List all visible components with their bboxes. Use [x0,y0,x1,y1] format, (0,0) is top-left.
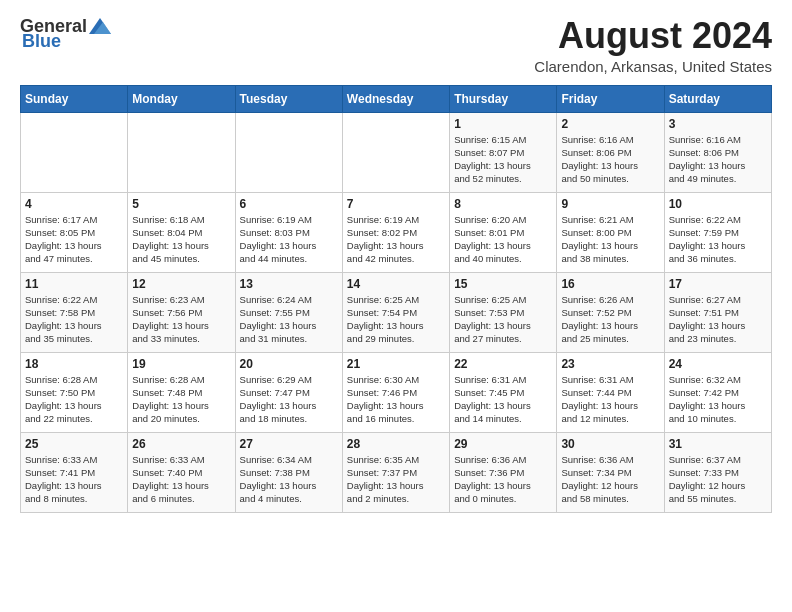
calendar-cell: 1Sunrise: 6:15 AM Sunset: 8:07 PM Daylig… [450,112,557,192]
day-detail: Sunrise: 6:20 AM Sunset: 8:01 PM Dayligh… [454,213,552,266]
month-year-title: August 2024 [534,16,772,56]
weekday-header-row: SundayMondayTuesdayWednesdayThursdayFrid… [21,85,772,112]
calendar-cell: 23Sunrise: 6:31 AM Sunset: 7:44 PM Dayli… [557,352,664,432]
logo-icon [89,18,111,34]
day-detail: Sunrise: 6:36 AM Sunset: 7:36 PM Dayligh… [454,453,552,506]
day-number: 27 [240,437,338,451]
day-detail: Sunrise: 6:30 AM Sunset: 7:46 PM Dayligh… [347,373,445,426]
calendar-cell: 10Sunrise: 6:22 AM Sunset: 7:59 PM Dayli… [664,192,771,272]
day-number: 13 [240,277,338,291]
day-detail: Sunrise: 6:28 AM Sunset: 7:50 PM Dayligh… [25,373,123,426]
day-detail: Sunrise: 6:22 AM Sunset: 7:58 PM Dayligh… [25,293,123,346]
day-detail: Sunrise: 6:17 AM Sunset: 8:05 PM Dayligh… [25,213,123,266]
calendar-cell: 20Sunrise: 6:29 AM Sunset: 7:47 PM Dayli… [235,352,342,432]
day-number: 11 [25,277,123,291]
day-number: 2 [561,117,659,131]
calendar-cell: 16Sunrise: 6:26 AM Sunset: 7:52 PM Dayli… [557,272,664,352]
day-detail: Sunrise: 6:23 AM Sunset: 7:56 PM Dayligh… [132,293,230,346]
calendar-cell: 14Sunrise: 6:25 AM Sunset: 7:54 PM Dayli… [342,272,449,352]
calendar-cell: 24Sunrise: 6:32 AM Sunset: 7:42 PM Dayli… [664,352,771,432]
day-detail: Sunrise: 6:34 AM Sunset: 7:38 PM Dayligh… [240,453,338,506]
day-detail: Sunrise: 6:31 AM Sunset: 7:44 PM Dayligh… [561,373,659,426]
day-number: 4 [25,197,123,211]
calendar-cell: 17Sunrise: 6:27 AM Sunset: 7:51 PM Dayli… [664,272,771,352]
day-number: 20 [240,357,338,371]
calendar-cell: 6Sunrise: 6:19 AM Sunset: 8:03 PM Daylig… [235,192,342,272]
weekday-header-saturday: Saturday [664,85,771,112]
day-number: 19 [132,357,230,371]
day-detail: Sunrise: 6:31 AM Sunset: 7:45 PM Dayligh… [454,373,552,426]
weekday-header-friday: Friday [557,85,664,112]
day-detail: Sunrise: 6:28 AM Sunset: 7:48 PM Dayligh… [132,373,230,426]
calendar-cell: 8Sunrise: 6:20 AM Sunset: 8:01 PM Daylig… [450,192,557,272]
calendar-cell: 18Sunrise: 6:28 AM Sunset: 7:50 PM Dayli… [21,352,128,432]
day-detail: Sunrise: 6:24 AM Sunset: 7:55 PM Dayligh… [240,293,338,346]
calendar-cell: 28Sunrise: 6:35 AM Sunset: 7:37 PM Dayli… [342,432,449,512]
day-detail: Sunrise: 6:16 AM Sunset: 8:06 PM Dayligh… [561,133,659,186]
day-number: 17 [669,277,767,291]
calendar-cell: 7Sunrise: 6:19 AM Sunset: 8:02 PM Daylig… [342,192,449,272]
day-number: 21 [347,357,445,371]
day-number: 23 [561,357,659,371]
week-row-4: 18Sunrise: 6:28 AM Sunset: 7:50 PM Dayli… [21,352,772,432]
calendar-cell: 25Sunrise: 6:33 AM Sunset: 7:41 PM Dayli… [21,432,128,512]
calendar-table: SundayMondayTuesdayWednesdayThursdayFrid… [20,85,772,513]
weekday-header-thursday: Thursday [450,85,557,112]
day-detail: Sunrise: 6:33 AM Sunset: 7:41 PM Dayligh… [25,453,123,506]
calendar-cell: 11Sunrise: 6:22 AM Sunset: 7:58 PM Dayli… [21,272,128,352]
day-number: 10 [669,197,767,211]
day-detail: Sunrise: 6:27 AM Sunset: 7:51 PM Dayligh… [669,293,767,346]
day-detail: Sunrise: 6:32 AM Sunset: 7:42 PM Dayligh… [669,373,767,426]
day-number: 9 [561,197,659,211]
day-detail: Sunrise: 6:19 AM Sunset: 8:03 PM Dayligh… [240,213,338,266]
calendar-cell: 12Sunrise: 6:23 AM Sunset: 7:56 PM Dayli… [128,272,235,352]
calendar-cell: 29Sunrise: 6:36 AM Sunset: 7:36 PM Dayli… [450,432,557,512]
day-detail: Sunrise: 6:19 AM Sunset: 8:02 PM Dayligh… [347,213,445,266]
calendar-cell: 30Sunrise: 6:36 AM Sunset: 7:34 PM Dayli… [557,432,664,512]
weekday-header-tuesday: Tuesday [235,85,342,112]
day-number: 22 [454,357,552,371]
day-number: 6 [240,197,338,211]
week-row-1: 1Sunrise: 6:15 AM Sunset: 8:07 PM Daylig… [21,112,772,192]
calendar-cell: 27Sunrise: 6:34 AM Sunset: 7:38 PM Dayli… [235,432,342,512]
day-detail: Sunrise: 6:35 AM Sunset: 7:37 PM Dayligh… [347,453,445,506]
calendar-cell: 2Sunrise: 6:16 AM Sunset: 8:06 PM Daylig… [557,112,664,192]
day-detail: Sunrise: 6:15 AM Sunset: 8:07 PM Dayligh… [454,133,552,186]
day-number: 12 [132,277,230,291]
day-detail: Sunrise: 6:26 AM Sunset: 7:52 PM Dayligh… [561,293,659,346]
week-row-3: 11Sunrise: 6:22 AM Sunset: 7:58 PM Dayli… [21,272,772,352]
day-detail: Sunrise: 6:25 AM Sunset: 7:54 PM Dayligh… [347,293,445,346]
day-number: 15 [454,277,552,291]
location-subtitle: Clarendon, Arkansas, United States [534,58,772,75]
day-number: 25 [25,437,123,451]
weekday-header-monday: Monday [128,85,235,112]
calendar-cell: 5Sunrise: 6:18 AM Sunset: 8:04 PM Daylig… [128,192,235,272]
day-number: 18 [25,357,123,371]
title-block: August 2024 Clarendon, Arkansas, United … [534,16,772,75]
calendar-cell: 22Sunrise: 6:31 AM Sunset: 7:45 PM Dayli… [450,352,557,432]
day-number: 29 [454,437,552,451]
calendar-cell: 19Sunrise: 6:28 AM Sunset: 7:48 PM Dayli… [128,352,235,432]
calendar-cell: 15Sunrise: 6:25 AM Sunset: 7:53 PM Dayli… [450,272,557,352]
day-number: 7 [347,197,445,211]
day-number: 30 [561,437,659,451]
calendar-cell [21,112,128,192]
week-row-2: 4Sunrise: 6:17 AM Sunset: 8:05 PM Daylig… [21,192,772,272]
calendar-cell: 21Sunrise: 6:30 AM Sunset: 7:46 PM Dayli… [342,352,449,432]
day-number: 8 [454,197,552,211]
calendar-cell: 4Sunrise: 6:17 AM Sunset: 8:05 PM Daylig… [21,192,128,272]
calendar-cell [342,112,449,192]
day-detail: Sunrise: 6:33 AM Sunset: 7:40 PM Dayligh… [132,453,230,506]
page-header: General Blue August 2024 Clarendon, Arka… [20,16,772,75]
day-detail: Sunrise: 6:37 AM Sunset: 7:33 PM Dayligh… [669,453,767,506]
day-number: 1 [454,117,552,131]
day-detail: Sunrise: 6:29 AM Sunset: 7:47 PM Dayligh… [240,373,338,426]
day-detail: Sunrise: 6:36 AM Sunset: 7:34 PM Dayligh… [561,453,659,506]
calendar-cell: 9Sunrise: 6:21 AM Sunset: 8:00 PM Daylig… [557,192,664,272]
day-detail: Sunrise: 6:21 AM Sunset: 8:00 PM Dayligh… [561,213,659,266]
day-detail: Sunrise: 6:22 AM Sunset: 7:59 PM Dayligh… [669,213,767,266]
calendar-cell: 3Sunrise: 6:16 AM Sunset: 8:06 PM Daylig… [664,112,771,192]
logo: General Blue [20,16,111,52]
week-row-5: 25Sunrise: 6:33 AM Sunset: 7:41 PM Dayli… [21,432,772,512]
logo-blue: Blue [22,31,61,52]
